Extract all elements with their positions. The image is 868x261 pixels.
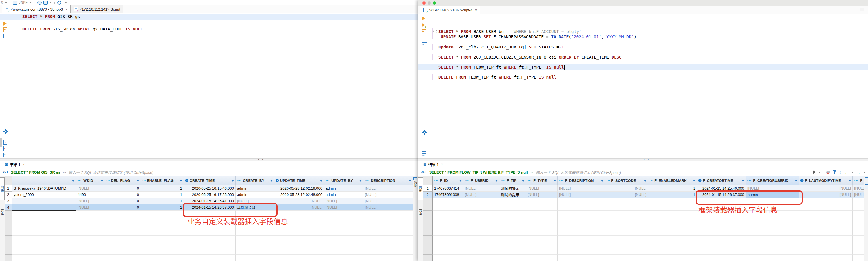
column-header-F_DESCRIPTION[interactable]: ABCF_DESCRIPTION [558, 176, 605, 185]
grid-cell[interactable]: 1 [141, 185, 184, 192]
column-header-F_ID[interactable]: ABCF_ID [433, 176, 463, 185]
sql-line[interactable]: update zgj_clbzjc.T_QUARTZ_JOB tqj SET S… [418, 44, 868, 50]
column-header-F_ENABLEDMARK[interactable]: 123F_ENABLEDMARK [648, 176, 697, 185]
grid-cell[interactable]: [NULL] [364, 185, 413, 192]
settings-gear-icon[interactable] [422, 129, 427, 135]
column-header-DEL_FLAG[interactable]: 123DEL_FLAG [105, 176, 141, 185]
panel-toggle-icon[interactable] [865, 177, 868, 180]
script-variables-icon[interactable]: (x) [3, 153, 7, 157]
grid-cell[interactable]: 1 [141, 198, 184, 204]
more-options-icon[interactable]: .... [3, 136, 9, 139]
grid-cell[interactable]: [NULL] [605, 192, 648, 198]
chevron-down-icon[interactable] [818, 172, 820, 173]
grid-cell[interactable]: [NULL] [364, 198, 413, 204]
sql-editor[interactable]: + ▶ ≡ >_ .... → ▪ (x) −SELECT * FROM BAS… [418, 14, 868, 158]
grid-cell[interactable]: [NULL] [364, 204, 413, 211]
grid-cell[interactable]: 174678067414 [433, 185, 463, 192]
grid-cell[interactable]: 174678091008 [433, 192, 463, 198]
column-header-DESCRIPTION[interactable]: ABCDESCRIPTION [364, 176, 413, 185]
grid-cell[interactable]: [NULL] [799, 192, 853, 198]
rownum-cell-empty[interactable] [5, 255, 12, 261]
filter-funnel-icon[interactable] [833, 171, 836, 174]
view-tab-grid[interactable]: 网格 ⊞ [0, 177, 5, 200]
column-header-F_TIP[interactable]: ABCF_TIP [499, 176, 526, 185]
rownum-cell-empty[interactable] [423, 204, 433, 211]
grid-cell[interactable]: [NULL] [364, 192, 413, 198]
view-tab-text[interactable]: 文本 T [418, 201, 423, 223]
clear-filter-eraser-icon[interactable] [826, 171, 830, 174]
sort-dropdown-icon[interactable] [459, 180, 462, 182]
rownum-cell-empty[interactable] [423, 255, 433, 261]
results-tab[interactable]: ⊞ 结果 1 × [420, 161, 446, 168]
column-header-F_TYPE[interactable]: ABCF_TYPE [526, 176, 558, 185]
grid-cell[interactable]: 2020-05-28 12:02:19.000 [274, 185, 324, 192]
grid-cell[interactable]: 2024-01-15 14:25:40.000 [697, 185, 746, 192]
sort-dropdown-icon[interactable] [848, 180, 851, 182]
commit-icon[interactable] [37, 1, 42, 5]
grid-cell[interactable]: [NULL] [799, 185, 853, 192]
sort-dropdown-icon[interactable] [320, 180, 323, 182]
grid-cell[interactable]: [NULL] [324, 198, 364, 204]
grid-cell[interactable]: [NULL] [526, 192, 558, 198]
sql-line[interactable]: SELECT * FROM BASE_USER bu -- WHERE bu.F… [418, 29, 868, 34]
rownum-cell-empty[interactable] [5, 211, 12, 217]
fetch-prev-arrow-icon[interactable]: ← [844, 170, 849, 174]
column-header-CREATE_TIME[interactable]: CREATE_TIME [184, 176, 236, 185]
column-header-UPDATE_TIME[interactable]: UPDATE_TIME [274, 176, 324, 185]
background-scrollbar-thumb[interactable] [0, 138, 2, 147]
view-tab-text[interactable]: 文本 T [0, 201, 4, 223]
execute-statement-icon[interactable] [422, 16, 425, 21]
grid-cell[interactable]: [NULL] [853, 185, 864, 192]
grid-cell[interactable]: 1 [648, 192, 697, 198]
column-header-unnamed[interactable] [12, 176, 76, 185]
grid-cell[interactable]: [NULL] [274, 198, 324, 204]
rownum-cell-empty[interactable] [423, 223, 433, 229]
rownum-cell-empty[interactable] [5, 217, 12, 223]
grid-cell[interactable]: 4490 [76, 192, 105, 198]
chevron-down-icon[interactable] [50, 2, 52, 3]
sort-dropdown-icon[interactable] [495, 180, 498, 182]
filter-placeholder[interactable]: 输入一个 SQL 表达式来过滤结果 (使用 Ctrl+Space) [68, 170, 153, 175]
grid-cell[interactable]: [NULL] [76, 198, 105, 204]
rownum-cell-empty[interactable] [423, 236, 433, 242]
sort-dropdown-icon[interactable] [231, 180, 234, 182]
execute-new-tab-icon[interactable]: + [3, 22, 7, 26]
minimize-view-icon[interactable] [860, 8, 864, 11]
chevron-down-icon[interactable] [5, 2, 7, 3]
sql-line[interactable]: UPDATE BASE_USER SET F_CHANGEPASSWORDDAT… [418, 34, 868, 40]
rownum-cell[interactable]: 4 [5, 204, 12, 211]
sort-dropdown-icon[interactable] [693, 180, 695, 182]
grid-cell[interactable]: 2020-05-25 16:15:46.000 [184, 185, 236, 192]
more-dots-icon[interactable]: ⋮ [839, 171, 842, 174]
sort-dropdown-icon[interactable] [742, 180, 744, 182]
grid-cell[interactable]: [NULL] [274, 204, 324, 211]
column-header-CREATE_BY[interactable]: ABCCREATE_BY [236, 176, 274, 185]
grid-cell[interactable]: [NULL] [76, 185, 105, 192]
panel-toggle-icon[interactable] [865, 186, 868, 189]
close-icon[interactable]: × [23, 162, 25, 166]
script-list-icon[interactable]: ≡ [3, 34, 7, 38]
sql-line[interactable]: DELETE FROM GIS_SR gs WHERE gs.DATA_CODE… [0, 26, 418, 32]
export-result-icon[interactable]: → [3, 140, 7, 145]
chevron-down-icon[interactable] [863, 172, 865, 173]
toolbar-value[interactable]: 0 [1, 1, 3, 5]
grid-cell[interactable]: S_Krasovsky_1940",DATUM["D_ [12, 185, 76, 192]
grid-cell[interactable]: admin [236, 185, 274, 192]
rownum-cell[interactable]: 3 [5, 198, 12, 204]
view-tab-grid[interactable]: 网格 ⊞ [418, 177, 423, 200]
chevron-down-icon[interactable] [29, 2, 32, 3]
sort-dropdown-icon[interactable] [522, 180, 525, 182]
expand-filter-icon[interactable]: ↗↙ [530, 171, 534, 174]
rownum-cell-empty[interactable] [5, 242, 12, 248]
rownum-cell-empty[interactable] [5, 223, 12, 229]
editor-tab-script6[interactable]: ✓ <www.ztgis.com:8870> Script-6 × [2, 5, 71, 13]
grid-cell[interactable]: [NULL] [76, 204, 105, 211]
sort-dropdown-icon[interactable] [359, 180, 362, 182]
schema-icon[interactable] [13, 1, 17, 5]
sort-dropdown-icon[interactable] [180, 180, 182, 182]
column-header-F_USERID[interactable]: ABCF_USERID [463, 176, 499, 185]
sql-editor[interactable]: + ▶ ≡ .... → ▪ (x) SELECT * FROM GIS_SR … [0, 13, 418, 158]
grid-cell[interactable]: 测试的提示 [499, 185, 526, 192]
grid-cell[interactable]: [NULL] [463, 192, 499, 198]
sort-dropdown-icon[interactable] [553, 180, 556, 182]
